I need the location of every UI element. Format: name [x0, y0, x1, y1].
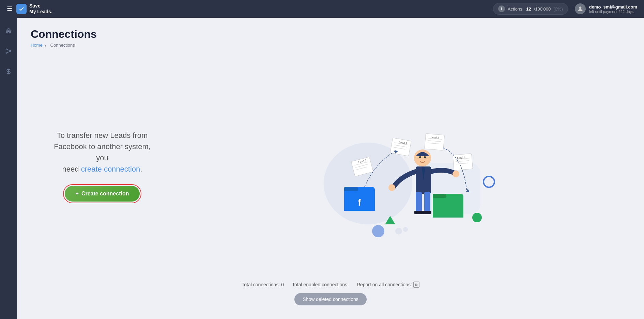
create-btn-wrapper: + Create connection [51, 184, 153, 203]
header-left: ☰ Save My Leads. [7, 3, 52, 15]
total-enabled: Total enabled connections: [292, 282, 349, 287]
create-btn-border: + Create connection [63, 184, 142, 203]
center-section: To transfer new Leads from Facebook to a… [31, 58, 630, 275]
breadcrumb-separator: / [45, 43, 46, 48]
header: ☰ Save My Leads. i Actions: 12 /100'000 … [0, 0, 644, 18]
stats-row: Total connections: 0 Total enabled conne… [242, 282, 419, 288]
desc-line1: To transfer new Leads from [57, 131, 148, 140]
create-btn-plus: + [76, 191, 79, 197]
total-connections-label: Total connections: [242, 282, 280, 287]
user-info[interactable]: demo_sml@gmail.com left until payment 22… [575, 3, 637, 14]
actions-pct: (0%) [553, 6, 563, 12]
svg-rect-14 [344, 187, 358, 191]
desc-line3-prefix: need [62, 165, 81, 173]
svg-point-52 [472, 213, 482, 222]
svg-point-5 [10, 50, 11, 51]
svg-rect-44 [414, 211, 423, 214]
sidebar-item-billing[interactable] [2, 65, 15, 78]
svg-point-4 [6, 52, 7, 53]
sidebar-item-home[interactable] [2, 25, 15, 37]
svg-point-48 [419, 156, 421, 158]
svg-point-46 [388, 184, 395, 191]
total-connections: Total connections: 0 [242, 282, 284, 287]
logo-icon [16, 4, 27, 14]
user-days: left until payment 222 days [589, 10, 637, 14]
sidebar [0, 18, 17, 319]
svg-rect-45 [423, 211, 431, 214]
actions-total: /100'000 [534, 6, 551, 12]
report-item: Report on all connections: 🗎 [357, 282, 419, 288]
desc-suffix: . [140, 165, 142, 173]
menu-icon[interactable]: ☰ [7, 5, 12, 13]
report-label: Report on all connections: [357, 282, 412, 287]
desc-link: create connection [81, 165, 140, 173]
sidebar-item-connections[interactable] [2, 45, 15, 57]
left-content: To transfer new Leads from Facebook to a… [31, 58, 174, 275]
desc-line2: Facebook to another system, you [54, 142, 151, 162]
header-right: i Actions: 12 /100'000 (0%) demo_sml@gma… [493, 3, 637, 15]
svg-point-54 [395, 228, 402, 235]
illustration: f Lead 1 [174, 58, 630, 275]
svg-rect-17 [433, 194, 446, 198]
svg-point-55 [403, 227, 408, 232]
svg-point-47 [453, 171, 459, 177]
svg-rect-23 [390, 138, 411, 156]
info-icon: i [498, 5, 505, 12]
svg-text:f: f [358, 197, 361, 208]
show-deleted-button[interactable]: Show deleted connections [294, 293, 366, 305]
breadcrumb: Home / Connections [31, 43, 630, 48]
page-title: Connections [31, 28, 630, 41]
create-connection-button[interactable]: + Create connection [65, 186, 140, 202]
svg-point-51 [372, 225, 384, 237]
logo-text: Save My Leads. [29, 3, 52, 15]
report-icon[interactable]: 🗎 [413, 282, 419, 288]
svg-point-49 [424, 156, 426, 158]
svg-point-53 [484, 176, 494, 187]
content-area: Connections Home / Connections To transf… [17, 18, 644, 319]
actions-count: 12 [526, 6, 531, 12]
description-text: To transfer new Leads from Facebook to a… [51, 130, 153, 175]
svg-rect-0 [18, 6, 25, 12]
svg-point-1 [579, 6, 581, 9]
breadcrumb-current: Connections [50, 43, 75, 48]
actions-label: Actions: [508, 6, 523, 12]
svg-rect-42 [416, 192, 422, 212]
bottom-bar: Total connections: 0 Total enabled conne… [31, 275, 630, 309]
create-btn-label: Create connection [81, 191, 129, 197]
svg-line-7 [7, 51, 10, 53]
svg-line-6 [7, 49, 10, 51]
total-connections-value: 0 [281, 282, 284, 287]
svg-rect-43 [424, 192, 430, 212]
svg-point-3 [6, 49, 7, 50]
total-enabled-label: Total enabled connections: [292, 282, 349, 287]
svg-rect-16 [433, 199, 463, 218]
user-details: demo_sml@gmail.com left until payment 22… [589, 4, 637, 14]
breadcrumb-home[interactable]: Home [31, 43, 43, 48]
main-layout: Connections Home / Connections To transf… [0, 18, 644, 319]
actions-badge[interactable]: i Actions: 12 /100'000 (0%) [493, 3, 568, 15]
logo[interactable]: Save My Leads. [16, 3, 52, 15]
avatar [575, 3, 586, 14]
user-email: demo_sml@gmail.com [589, 4, 637, 10]
